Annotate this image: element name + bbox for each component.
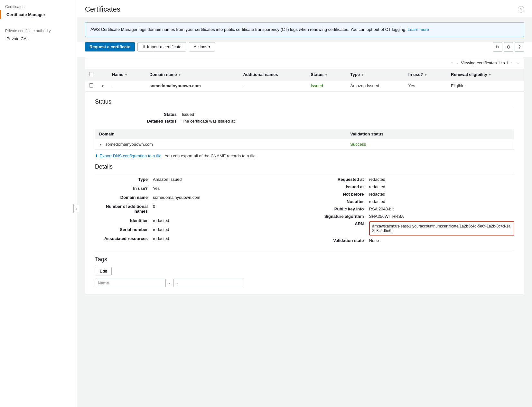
in-use-column-header[interactable]: In use?▼ (405, 69, 447, 80)
type-column-header[interactable]: Type▼ (347, 69, 405, 80)
table-row[interactable]: ▼ - somedomainyouown.com - Issued Amazon… (85, 80, 524, 91)
domain-table-row: ► somedomainyouown.com Success (95, 139, 514, 149)
settings-icon[interactable]: ⚙ (504, 42, 513, 52)
certificates-table-container: « ‹ Viewing certificates 1 to 1 › » Name… (85, 57, 524, 92)
status-column-header[interactable]: Status▼ (307, 69, 346, 80)
domain-col-header: Domain (95, 129, 347, 139)
requested-value: redacted (369, 177, 515, 182)
row-domain: somedomainyouown.com (145, 80, 239, 91)
domain-expand-icon[interactable]: ► (99, 143, 102, 146)
tags-row: - (95, 279, 514, 287)
arn-value: arn:aws:acm:us-east-1:youraccountnum:cer… (369, 221, 515, 236)
pubkey-label: Public key info (311, 207, 369, 211)
domain-name-value: somedomainyouown.com (153, 195, 298, 200)
row-renewal: Eligible (447, 80, 524, 91)
pagination-text: Viewing certificates 1 to 1 (461, 60, 508, 65)
tags-title: Tags (95, 256, 514, 263)
sidebar-item-certificate-manager[interactable]: Certificate Manager (0, 10, 77, 19)
sidebar-private-label: Private certificate authority (0, 25, 77, 34)
not-after-value: redacted (369, 199, 515, 204)
expand-arrow-icon: ▼ (101, 84, 104, 88)
status-section: Status Status Issued Detailed status The… (95, 98, 514, 158)
domain-table-header: Domain Validation status (95, 129, 514, 139)
serial-label: Serial number (95, 227, 153, 232)
sidebar-collapse-button[interactable]: ‹ (73, 204, 79, 213)
table-header-row: Name▼ Domain name▼ Additional names Stat… (85, 69, 524, 80)
export-row: ⬆ Export DNS configuration to a file You… (95, 153, 514, 158)
tags-edit-button[interactable]: Edit (95, 267, 112, 275)
page-header: Certificates ? (77, 0, 532, 17)
status-grid: Status Issued Detailed status The certif… (134, 112, 514, 124)
tags-section: Tags Edit - (95, 251, 514, 287)
toolbar: Request a certificate ⬆ Import a certifi… (77, 42, 532, 57)
expand-header (97, 69, 108, 80)
row-checkbox-cell (85, 80, 97, 91)
row-checkbox[interactable] (89, 83, 93, 88)
sig-label: Signature algorithm (311, 214, 369, 219)
export-hint-text: You can export all of the CNAME records … (165, 153, 256, 158)
tags-value-input[interactable] (173, 279, 244, 287)
not-before-label: Not before (311, 192, 369, 197)
next-page-button[interactable]: › (510, 60, 514, 66)
pubkey-value: RSA 2048-bit (369, 207, 515, 211)
val-state-value: None (369, 238, 515, 243)
assoc-value: redacted (153, 236, 298, 241)
details-section: Details Type Amazon Issued In use? Yes D… (95, 163, 514, 243)
status-value: Issued (182, 112, 514, 117)
additional-names-column-header: Additional names (239, 69, 307, 80)
first-page-button[interactable]: « (449, 60, 454, 66)
serial-value: redacted (153, 227, 298, 232)
requested-label: Requested at (311, 177, 369, 182)
request-certificate-button[interactable]: Request a certificate (85, 42, 135, 51)
details-left-col: Type Amazon Issued In use? Yes Domain na… (95, 177, 298, 243)
export-dns-link[interactable]: ⬆ Export DNS configuration to a file (95, 153, 162, 158)
arn-label: ARN (311, 221, 369, 226)
tags-dash: - (166, 279, 173, 287)
row-type: Amazon Issued (347, 80, 405, 91)
row-expand-cell[interactable]: ▼ (97, 80, 108, 91)
domain-column-header[interactable]: Domain name▼ (145, 69, 239, 80)
in-use-label: In use? (95, 186, 153, 191)
num-names-value: 0 (153, 204, 298, 209)
issued-label: Issued at (311, 184, 369, 189)
details-grid: Type Amazon Issued In use? Yes Domain na… (95, 177, 514, 243)
assoc-label: Associated resources (95, 236, 153, 241)
sig-value: SHA256WITHRSA (369, 214, 515, 219)
certificates-table: Name▼ Domain name▼ Additional names Stat… (85, 69, 524, 92)
tags-name-input[interactable] (95, 279, 166, 287)
prev-page-button[interactable]: ‹ (456, 60, 460, 66)
validation-col-header: Validation status (346, 129, 514, 139)
num-names-label: Number of additional names (95, 204, 153, 214)
refresh-icon[interactable]: ↻ (493, 42, 502, 52)
help-icon[interactable]: ? (515, 42, 524, 52)
detailed-status-value: The certificate was issued at (182, 119, 514, 124)
row-additional-names: - (239, 80, 307, 91)
status-label: Status (134, 112, 182, 117)
actions-button[interactable]: Actions (189, 42, 215, 51)
sidebar-top-label: Certificates (0, 0, 77, 10)
in-use-value: Yes (153, 186, 298, 191)
info-banner: AWS Certificate Manager logs domain name… (85, 22, 524, 37)
toolbar-icons: ↻ ⚙ ? (493, 42, 524, 52)
row-name: - (108, 80, 145, 91)
details-right-col: Requested at redacted Issued at redacted… (311, 177, 515, 243)
arn-text: arn:aws:acm:us-east-1:youraccountnum:cer… (369, 221, 515, 236)
page-title: Certificates (85, 5, 120, 14)
sidebar-item-private-cas[interactable]: Private CAs (0, 34, 77, 43)
type-label: Type (95, 177, 153, 182)
renewal-column-header[interactable]: Renewal eligibility▼ (447, 69, 524, 80)
status-section-title: Status (95, 98, 514, 108)
type-value: Amazon Issued (153, 177, 298, 182)
select-all-checkbox[interactable] (89, 72, 93, 76)
select-all-header (85, 69, 97, 80)
learn-more-link[interactable]: Learn more (408, 27, 429, 32)
identifier-label: Identifier (95, 218, 153, 223)
import-certificate-button[interactable]: ⬆ Import a certificate (137, 42, 186, 51)
detail-panel: Status Status Issued Detailed status The… (85, 92, 524, 294)
header-help-icon[interactable]: ? (518, 6, 524, 13)
sidebar: Certificates Certificate Manager Private… (0, 0, 77, 407)
table-pagination: « ‹ Viewing certificates 1 to 1 › » (85, 57, 524, 69)
last-page-button[interactable]: » (515, 60, 520, 66)
detailed-status-label: Detailed status (134, 119, 182, 124)
name-column-header[interactable]: Name▼ (108, 69, 145, 80)
